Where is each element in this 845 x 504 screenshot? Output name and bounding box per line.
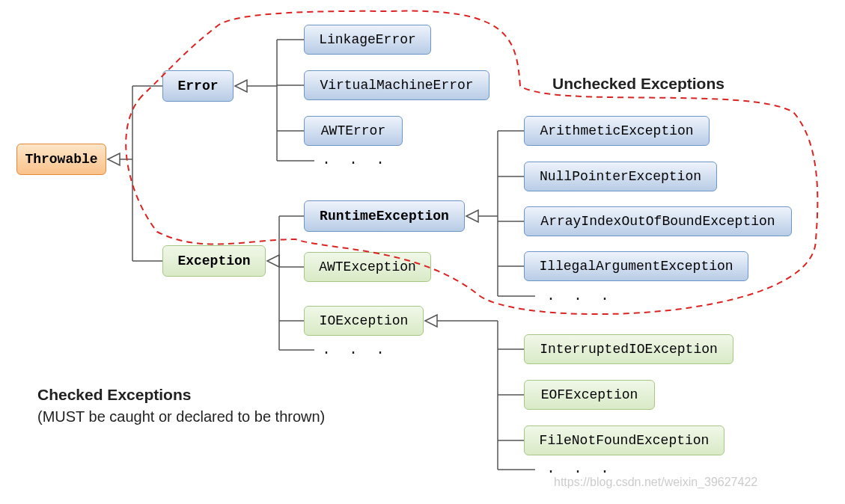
node-error: Error [162,70,234,102]
node-illegalarg: IllegalArgumentException [524,251,748,281]
node-exception: Exception [162,245,266,277]
watermark: https://blog.csdn.net/weixin_39627422 [554,476,757,489]
node-interrupted-io: InterruptedIOException [524,334,733,364]
ellipsis-error: . . . [322,151,389,168]
node-runtime-exception: RuntimeException [304,200,465,232]
node-vm-error: VirtualMachineError [304,70,489,100]
svg-marker-18 [466,210,478,222]
ellipsis-io: . . . [546,460,614,477]
node-nullpointer: NullPointerException [524,162,717,191]
node-linkage-error: LinkageError [304,25,431,55]
node-arrayindex: ArrayIndexOutOfBoundException [524,206,792,236]
node-throwable: Throwable [16,144,106,175]
node-arithmetic: ArithmeticException [524,116,710,146]
node-awt-error: AWTError [304,116,403,146]
svg-marker-5 [235,80,247,92]
node-awt-exception: AWTException [304,252,431,282]
ellipsis-exception: . . . [322,341,389,358]
node-filenotfound: FileNotFoundException [524,425,724,455]
label-checked-sub: (MUST be caught or declared to be thrown… [37,408,325,425]
ellipsis-runtime: . . . [546,287,614,304]
node-eof: EOFException [524,380,655,410]
svg-marker-0 [108,153,120,165]
node-io-exception: IOException [304,306,424,336]
svg-marker-12 [267,255,279,267]
label-unchecked: Unchecked Exceptions [552,75,724,93]
label-checked-title: Checked Exceptions [37,386,191,404]
svg-marker-26 [425,315,437,327]
